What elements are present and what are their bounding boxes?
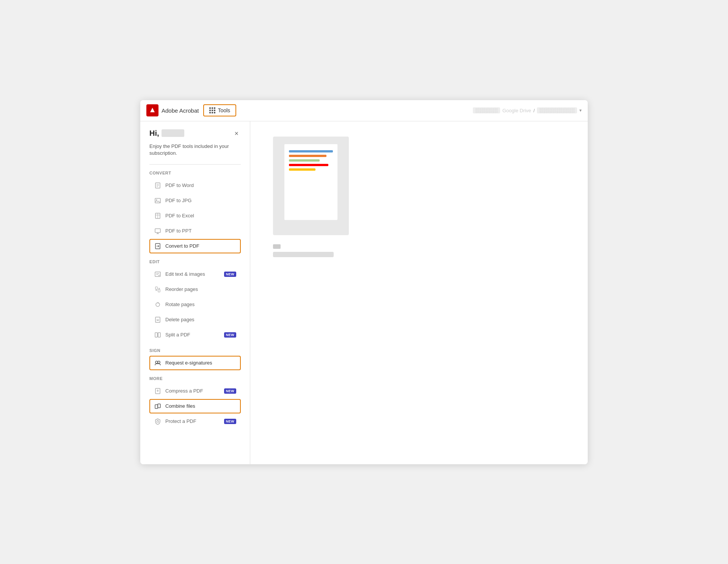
header-right: ░░░░░░░ Google Drive / ░░░░░░░░░░░ ▾ bbox=[473, 107, 582, 113]
section-label-more: MORE bbox=[149, 376, 241, 381]
svg-rect-17 bbox=[158, 289, 160, 292]
body: Hi, × Enjoy the PDF tools included in yo… bbox=[140, 121, 588, 464]
menu-label-convert-to-pdf: Convert to PDF bbox=[165, 243, 236, 249]
subtitle: Enjoy the PDF tools included in your sub… bbox=[149, 143, 241, 157]
greeting-text: Hi, bbox=[149, 129, 159, 138]
protect-icon bbox=[154, 418, 162, 425]
compress-icon bbox=[154, 387, 162, 395]
menu-label-pdf-to-word: PDF to Word bbox=[165, 182, 236, 188]
svg-rect-13 bbox=[155, 272, 160, 277]
menu-item-reorder-pages[interactable]: Reorder pages bbox=[149, 282, 241, 297]
section-more: MORECompress a PDFNEWCombine filesProtec… bbox=[149, 376, 241, 429]
menu-item-edit-text-images[interactable]: Edit text & imagesNEW bbox=[149, 267, 241, 281]
menu-label-pdf-to-excel: PDF to Excel bbox=[165, 213, 236, 218]
svg-rect-16 bbox=[155, 287, 157, 289]
svg-rect-28 bbox=[158, 404, 160, 408]
tools-label: Tools bbox=[218, 107, 230, 113]
app-window: Adobe Acrobat Tools ░░░░░░░ Google Drive… bbox=[140, 100, 588, 464]
svg-point-5 bbox=[156, 199, 157, 200]
menu-label-pdf-to-jpg: PDF to JPG bbox=[165, 198, 236, 203]
menu-item-combine-files[interactable]: Combine files bbox=[149, 399, 241, 413]
tools-button[interactable]: Tools bbox=[203, 104, 236, 116]
header-slash: / bbox=[533, 108, 535, 113]
menu-label-split-pdf: Split a PDF bbox=[165, 332, 220, 338]
menu-item-convert-to-pdf[interactable]: Convert to PDF bbox=[149, 239, 241, 253]
app-name: Adobe Acrobat bbox=[162, 107, 199, 114]
pdf-thumbnail bbox=[273, 137, 349, 235]
menu-item-pdf-to-excel[interactable]: PDF to Excel bbox=[149, 209, 241, 223]
main-content bbox=[250, 121, 588, 464]
svg-rect-29 bbox=[157, 421, 159, 423]
svg-rect-22 bbox=[158, 333, 160, 337]
menu-label-combine-files: Combine files bbox=[165, 403, 236, 409]
pdf-line-4 bbox=[289, 168, 315, 171]
section-label-sign: SIGN bbox=[149, 348, 241, 353]
section-label-edit: EDIT bbox=[149, 259, 241, 264]
menu-item-split-pdf[interactable]: Split a PDFNEW bbox=[149, 328, 241, 342]
section-sign: SIGNRequest e-signatures bbox=[149, 348, 241, 370]
svg-rect-27 bbox=[155, 405, 158, 408]
pdf-inner bbox=[284, 144, 337, 220]
pdf-line-0 bbox=[289, 150, 333, 152]
section-label-convert: CONVERT bbox=[149, 171, 241, 175]
greeting: Hi, bbox=[149, 129, 184, 138]
file-info bbox=[273, 244, 565, 257]
header: Adobe Acrobat Tools ░░░░░░░ Google Drive… bbox=[140, 100, 588, 121]
menu-label-request-esignatures: Request e-signatures bbox=[165, 360, 236, 366]
xls-icon bbox=[154, 212, 162, 220]
sign-icon bbox=[154, 359, 162, 367]
menu-item-rotate-pages[interactable]: Rotate pages bbox=[149, 297, 241, 312]
svg-point-25 bbox=[158, 361, 160, 363]
reorder-icon bbox=[154, 286, 162, 293]
file-name-blur bbox=[273, 252, 334, 257]
ppt-icon bbox=[154, 227, 162, 235]
svg-rect-21 bbox=[155, 333, 157, 337]
menu-label-reorder-pages: Reorder pages bbox=[165, 286, 236, 292]
pdf-line-3 bbox=[289, 164, 328, 166]
menu-item-pdf-to-jpg[interactable]: PDF to JPG bbox=[149, 193, 241, 208]
menu-item-delete-pages[interactable]: Delete pages bbox=[149, 313, 241, 327]
header-username: ░░░░░░░ bbox=[473, 107, 500, 113]
section-convert: CONVERTPDF to WordPDF to JPGPDF to Excel… bbox=[149, 171, 241, 253]
menu-label-pdf-to-ppt: PDF to PPT bbox=[165, 228, 236, 234]
grid-icon bbox=[209, 107, 215, 113]
menu-label-compress-pdf: Compress a PDF bbox=[165, 388, 220, 394]
logo-area: Adobe Acrobat bbox=[146, 104, 199, 116]
acrobat-logo bbox=[146, 104, 158, 116]
sidebar: Hi, × Enjoy the PDF tools included in yo… bbox=[140, 121, 250, 464]
rotate-icon bbox=[154, 301, 162, 308]
pdf-line-1 bbox=[289, 155, 326, 157]
menu-label-protect-pdf: Protect a PDF bbox=[165, 418, 220, 424]
menu-label-edit-text-images: Edit text & images bbox=[165, 271, 220, 277]
header-file: ░░░░░░░░░░░ bbox=[537, 107, 577, 113]
combine-icon bbox=[154, 402, 162, 410]
badge-new-compress-pdf: NEW bbox=[224, 388, 236, 394]
badge-new-split-pdf: NEW bbox=[224, 332, 236, 338]
menu-item-protect-pdf[interactable]: Protect a PDFNEW bbox=[149, 414, 241, 429]
svg-rect-18 bbox=[155, 317, 160, 322]
menu-item-pdf-to-word[interactable]: PDF to Word bbox=[149, 178, 241, 193]
img-icon bbox=[154, 197, 162, 204]
google-drive-label: Google Drive bbox=[502, 108, 531, 113]
close-button[interactable]: × bbox=[232, 129, 241, 138]
menu-label-rotate-pages: Rotate pages bbox=[165, 302, 236, 307]
doc-icon bbox=[154, 182, 162, 189]
menu-item-pdf-to-ppt[interactable]: PDF to PPT bbox=[149, 224, 241, 238]
chevron-down-icon[interactable]: ▾ bbox=[579, 108, 582, 113]
badge-new-edit-text-images: NEW bbox=[224, 272, 236, 277]
divider bbox=[149, 164, 241, 165]
badge-new-protect-pdf: NEW bbox=[224, 419, 236, 424]
convert-icon bbox=[154, 242, 162, 250]
svg-rect-9 bbox=[155, 229, 160, 233]
delete-icon bbox=[154, 316, 162, 324]
menu-label-delete-pages: Delete pages bbox=[165, 317, 236, 322]
section-edit: EDITEdit text & imagesNEWReorder pagesRo… bbox=[149, 259, 241, 342]
sidebar-sections: CONVERTPDF to WordPDF to JPGPDF to Excel… bbox=[149, 171, 241, 429]
menu-item-compress-pdf[interactable]: Compress a PDFNEW bbox=[149, 384, 241, 398]
greeting-name bbox=[162, 129, 184, 137]
edit-icon bbox=[154, 270, 162, 278]
page-count-blur bbox=[273, 244, 281, 249]
split-icon bbox=[154, 331, 162, 339]
sidebar-header: Hi, × bbox=[149, 129, 241, 138]
menu-item-request-esignatures[interactable]: Request e-signatures bbox=[149, 356, 241, 370]
